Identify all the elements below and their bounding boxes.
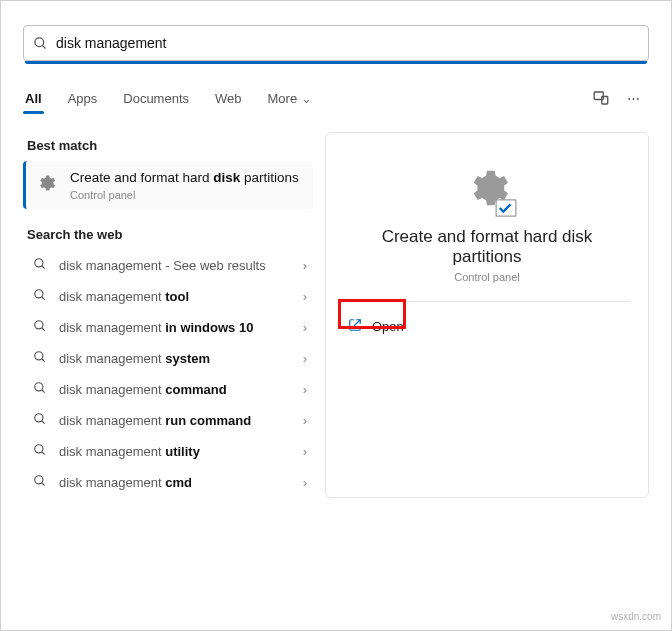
web-suggestion-text: disk management in windows 10 xyxy=(59,320,253,335)
filter-tabs: All Apps Documents Web More⌄ ⋯ xyxy=(23,82,649,114)
svg-point-16 xyxy=(35,445,43,453)
svg-line-15 xyxy=(42,421,45,424)
search-icon xyxy=(33,474,49,491)
svg-point-0 xyxy=(35,37,44,46)
web-suggestion[interactable]: disk management tool › xyxy=(23,281,313,312)
search-icon xyxy=(33,350,49,367)
search-icon xyxy=(33,257,49,274)
web-suggestion[interactable]: disk management - See web results › xyxy=(23,250,313,281)
open-label: Open xyxy=(372,319,404,334)
search-icon xyxy=(33,443,49,460)
search-icon xyxy=(33,412,49,429)
web-suggestion[interactable]: disk management cmd › xyxy=(23,467,313,498)
best-match-subtitle: Control panel xyxy=(70,189,299,201)
web-suggestion[interactable]: disk management command › xyxy=(23,374,313,405)
chevron-down-icon: ⌄ xyxy=(301,91,312,106)
tab-documents[interactable]: Documents xyxy=(121,85,191,112)
chevron-right-icon: › xyxy=(303,413,307,428)
svg-point-14 xyxy=(35,414,43,422)
svg-line-19 xyxy=(42,483,45,486)
svg-point-8 xyxy=(35,321,43,329)
tab-more[interactable]: More⌄ xyxy=(266,85,315,112)
chevron-right-icon: › xyxy=(303,320,307,335)
svg-point-4 xyxy=(35,259,43,267)
detail-panel: Create and format hard disk partitions C… xyxy=(325,132,649,498)
web-suggestion-text: disk management run command xyxy=(59,413,251,428)
chevron-right-icon: › xyxy=(303,475,307,490)
open-action[interactable]: Open xyxy=(338,312,636,341)
search-icon xyxy=(33,381,49,398)
watermark: wsxdn.com xyxy=(611,611,661,622)
gear-check-icon xyxy=(463,165,511,213)
best-match-title: Create and format hard disk partitions xyxy=(70,169,299,187)
web-suggestion[interactable]: disk management run command › xyxy=(23,405,313,436)
svg-point-12 xyxy=(35,383,43,391)
svg-line-11 xyxy=(42,359,45,362)
best-match-result[interactable]: Create and format hard disk partitions C… xyxy=(23,161,313,209)
svg-line-5 xyxy=(42,266,45,269)
web-suggestion-text: disk management command xyxy=(59,382,227,397)
tab-apps[interactable]: Apps xyxy=(66,85,100,112)
search-input[interactable] xyxy=(23,25,649,61)
detail-title: Create and format hard disk partitions xyxy=(338,227,636,267)
chevron-right-icon: › xyxy=(303,258,307,273)
web-suggestion-text: disk management utility xyxy=(59,444,200,459)
gear-icon xyxy=(36,173,60,196)
svg-line-1 xyxy=(42,45,45,48)
web-suggestion[interactable]: disk management utility › xyxy=(23,436,313,467)
web-suggestion[interactable]: disk management in windows 10 › xyxy=(23,312,313,343)
best-match-heading: Best match xyxy=(27,138,313,153)
web-suggestion-text: disk management system xyxy=(59,351,210,366)
detail-subtitle: Control panel xyxy=(338,271,636,283)
chevron-right-icon: › xyxy=(303,289,307,304)
tab-all[interactable]: All xyxy=(23,85,44,112)
svg-point-10 xyxy=(35,352,43,360)
web-suggestion-text: disk management cmd xyxy=(59,475,192,490)
search-box[interactable] xyxy=(23,25,649,64)
svg-point-6 xyxy=(35,290,43,298)
chevron-right-icon: › xyxy=(303,444,307,459)
more-options-icon[interactable]: ⋯ xyxy=(617,82,649,114)
search-across-devices-icon[interactable] xyxy=(585,82,617,114)
svg-point-18 xyxy=(35,476,43,484)
web-suggestion[interactable]: disk management system › xyxy=(23,343,313,374)
web-suggestion-text: disk management - See web results xyxy=(59,258,266,273)
search-web-heading: Search the web xyxy=(27,227,313,242)
svg-line-9 xyxy=(42,328,45,331)
search-icon xyxy=(33,36,48,54)
chevron-right-icon: › xyxy=(303,382,307,397)
web-suggestion-text: disk management tool xyxy=(59,289,189,304)
launch-icon xyxy=(348,318,362,335)
tab-web[interactable]: Web xyxy=(213,85,244,112)
svg-line-13 xyxy=(42,390,45,393)
svg-line-17 xyxy=(42,452,45,455)
svg-line-7 xyxy=(42,297,45,300)
search-icon xyxy=(33,288,49,305)
chevron-right-icon: › xyxy=(303,351,307,366)
search-icon xyxy=(33,319,49,336)
